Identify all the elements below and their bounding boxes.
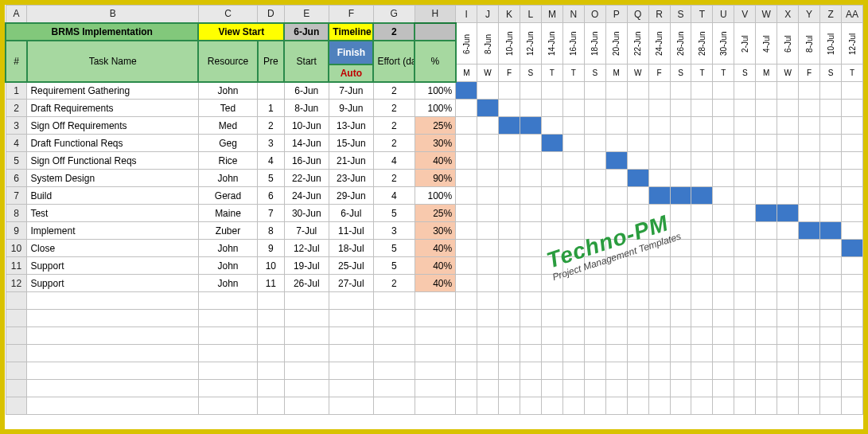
effort-days[interactable]: 2 bbox=[373, 82, 415, 100]
empty-cell[interactable] bbox=[584, 292, 605, 310]
predecessor[interactable]: 1 bbox=[258, 100, 285, 117]
task-name[interactable]: Support bbox=[27, 257, 199, 275]
empty-cell[interactable] bbox=[627, 327, 648, 345]
empty-cell[interactable] bbox=[258, 397, 285, 415]
empty-cell[interactable] bbox=[799, 310, 820, 327]
empty-cell[interactable] bbox=[713, 292, 734, 310]
col-header-J[interactable]: J bbox=[477, 6, 499, 23]
empty-cell[interactable] bbox=[477, 397, 499, 415]
empty-cell[interactable] bbox=[27, 327, 199, 345]
empty-cell[interactable] bbox=[713, 310, 734, 327]
empty-cell[interactable] bbox=[329, 345, 373, 362]
table-row[interactable]: 4Draft Functional ReqsGeg314-Jun15-Jun23… bbox=[6, 135, 863, 152]
start-date[interactable]: 6-Jun bbox=[284, 82, 329, 100]
row-number[interactable]: 7 bbox=[6, 187, 27, 205]
empty-cell[interactable] bbox=[605, 345, 627, 362]
empty-cell[interactable] bbox=[520, 327, 541, 345]
empty-cell[interactable] bbox=[477, 327, 499, 345]
predecessor[interactable]: 8 bbox=[258, 222, 285, 240]
row-number[interactable]: 5 bbox=[6, 152, 27, 170]
empty-cell[interactable] bbox=[258, 345, 285, 362]
empty-cell[interactable] bbox=[415, 292, 456, 310]
empty-cell[interactable] bbox=[777, 292, 799, 310]
effort-days[interactable]: 5 bbox=[373, 240, 415, 257]
task-name[interactable]: Support bbox=[27, 275, 199, 292]
col-header-S[interactable]: S bbox=[670, 6, 691, 23]
empty-cell[interactable] bbox=[499, 362, 520, 380]
row-number[interactable]: 9 bbox=[6, 222, 27, 240]
percent[interactable]: 90% bbox=[415, 170, 456, 187]
finish-date[interactable]: 27-Jul bbox=[329, 275, 373, 292]
empty-cell[interactable] bbox=[691, 345, 713, 362]
resource[interactable]: John bbox=[198, 170, 257, 187]
empty-cell[interactable] bbox=[562, 397, 584, 415]
empty-cell[interactable] bbox=[734, 327, 756, 345]
effort-days[interactable]: 2 bbox=[373, 100, 415, 117]
predecessor[interactable]: 6 bbox=[258, 187, 285, 205]
empty-cell[interactable] bbox=[198, 327, 257, 345]
row-number[interactable]: 8 bbox=[6, 205, 27, 222]
empty-cell[interactable] bbox=[499, 327, 520, 345]
empty-cell[interactable] bbox=[648, 380, 670, 397]
effort-days[interactable]: 2 bbox=[373, 135, 415, 152]
empty-cell[interactable] bbox=[734, 292, 756, 310]
task-name[interactable]: System Design bbox=[27, 170, 199, 187]
empty-cell[interactable] bbox=[456, 310, 477, 327]
empty-cell[interactable] bbox=[670, 380, 691, 397]
row-number[interactable]: 4 bbox=[6, 135, 27, 152]
predecessor[interactable] bbox=[258, 82, 285, 100]
start-date[interactable]: 30-Jun bbox=[284, 205, 329, 222]
percent[interactable]: 100% bbox=[415, 187, 456, 205]
empty-cell[interactable] bbox=[198, 380, 257, 397]
predecessor[interactable]: 11 bbox=[258, 275, 285, 292]
col-header-Z[interactable]: Z bbox=[820, 6, 842, 23]
timeline-label[interactable]: Timeline bbox=[329, 23, 373, 41]
empty-cell[interactable] bbox=[627, 292, 648, 310]
empty-cell[interactable] bbox=[456, 292, 477, 310]
resource[interactable]: John bbox=[198, 240, 257, 257]
empty-cell[interactable] bbox=[27, 345, 199, 362]
empty-cell[interactable] bbox=[456, 345, 477, 362]
row-number[interactable]: 6 bbox=[6, 170, 27, 187]
percent[interactable]: 40% bbox=[415, 275, 456, 292]
empty-cell[interactable] bbox=[499, 292, 520, 310]
empty-cell[interactable] bbox=[198, 345, 257, 362]
empty-cell[interactable] bbox=[648, 292, 670, 310]
empty-cell[interactable] bbox=[842, 345, 863, 362]
predecessor[interactable]: 5 bbox=[258, 170, 285, 187]
effort-days[interactable]: 2 bbox=[373, 275, 415, 292]
empty-cell[interactable] bbox=[284, 345, 329, 362]
empty-cell[interactable] bbox=[777, 345, 799, 362]
empty-cell[interactable] bbox=[415, 345, 456, 362]
empty-cell[interactable] bbox=[691, 327, 713, 345]
col-header-I[interactable]: I bbox=[456, 6, 477, 23]
resource[interactable]: John bbox=[198, 275, 257, 292]
start-date[interactable]: 7-Jul bbox=[284, 222, 329, 240]
empty-cell[interactable] bbox=[284, 380, 329, 397]
table-row[interactable]: 7BuildGerad624-Jun29-Jun4100% bbox=[6, 187, 863, 205]
empty-cell[interactable] bbox=[756, 345, 777, 362]
col-header-E[interactable]: E bbox=[284, 6, 329, 23]
empty-cell[interactable] bbox=[584, 380, 605, 397]
empty-cell[interactable] bbox=[562, 292, 584, 310]
empty-cell[interactable] bbox=[756, 310, 777, 327]
empty-cell[interactable] bbox=[562, 380, 584, 397]
col-header-AA[interactable]: AA bbox=[842, 6, 863, 23]
empty-cell[interactable] bbox=[27, 380, 199, 397]
header-num[interactable]: # bbox=[6, 41, 27, 82]
empty-cell[interactable] bbox=[329, 292, 373, 310]
empty-cell[interactable] bbox=[499, 380, 520, 397]
empty-cell[interactable] bbox=[777, 380, 799, 397]
col-header-R[interactable]: R bbox=[648, 6, 670, 23]
empty-cell[interactable] bbox=[541, 362, 562, 380]
empty-cell[interactable] bbox=[541, 397, 562, 415]
col-header-W[interactable]: W bbox=[756, 6, 777, 23]
empty-cell[interactable] bbox=[541, 292, 562, 310]
empty-cell[interactable] bbox=[520, 292, 541, 310]
col-header-P[interactable]: P bbox=[605, 6, 627, 23]
percent[interactable]: 100% bbox=[415, 100, 456, 117]
table-row[interactable]: 2Draft RequirementsTed18-Jun9-Jun2100% bbox=[6, 100, 863, 117]
empty-cell[interactable] bbox=[541, 327, 562, 345]
empty-cell[interactable] bbox=[756, 327, 777, 345]
resource[interactable]: John bbox=[198, 82, 257, 100]
